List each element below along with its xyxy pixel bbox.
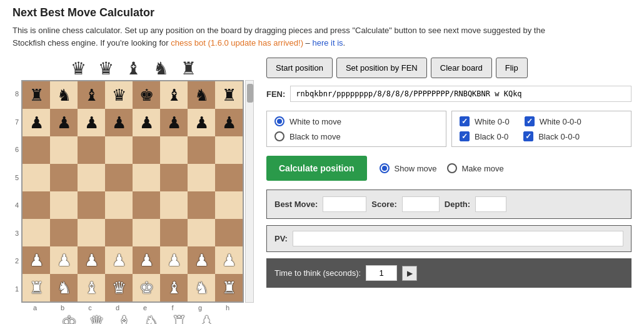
cell-c4[interactable] (78, 191, 105, 219)
show-move-option[interactable]: Show move (380, 163, 437, 173)
cell-e5[interactable] (133, 164, 160, 191)
cell-g2[interactable]: ♟ (188, 246, 215, 274)
cell-e3[interactable] (133, 219, 160, 246)
cell-f7[interactable]: ♟ (160, 109, 188, 136)
flip-button[interactable]: Flip (496, 58, 528, 78)
here-it-is-link[interactable]: here it is (312, 38, 343, 48)
cell-a4[interactable] (23, 191, 50, 219)
depth-label: Depth: (445, 200, 470, 209)
cell-b4[interactable] (50, 191, 78, 219)
cell-g8[interactable]: ♞ (188, 81, 215, 109)
cell-a6[interactable] (23, 136, 50, 164)
black-oo-checkbox[interactable] (460, 131, 470, 141)
cell-g1[interactable]: ♞ (188, 274, 215, 301)
cell-b6[interactable] (50, 136, 78, 164)
make-move-radio[interactable] (447, 163, 457, 173)
cell-a8[interactable]: ♜ (23, 81, 50, 109)
cell-e7[interactable]: ♟ (133, 109, 160, 136)
cell-f3[interactable] (160, 219, 188, 246)
cell-c8[interactable]: ♝ (78, 81, 105, 109)
cell-h7[interactable]: ♟ (215, 109, 243, 136)
show-move-radio[interactable] (380, 163, 390, 173)
chess-board-container[interactable]: 87654321 ♜ ♞ ♝ ♛ ♚ ♝ ♞ ♜ ♟ ♟ ♟ ♟ (13, 80, 254, 303)
chess-bot-link[interactable]: chess bot (1.6.0 update has arrived!) (171, 38, 303, 48)
calculate-button[interactable]: Calculate position (266, 156, 367, 181)
cell-f8[interactable]: ♝ (160, 81, 188, 109)
black-to-move-radio[interactable] (274, 131, 284, 141)
start-position-button[interactable]: Start position (266, 58, 333, 78)
cell-h6[interactable] (215, 136, 243, 164)
cell-d5[interactable] (105, 164, 133, 191)
cell-b3[interactable] (50, 219, 78, 246)
cell-g5[interactable] (188, 164, 215, 191)
depth-input[interactable] (475, 196, 506, 212)
cell-b8[interactable]: ♞ (50, 81, 78, 109)
white-oo-option[interactable]: White 0-0 White 0-0-0 (460, 116, 623, 126)
cell-h8[interactable]: ♜ (215, 81, 243, 109)
cell-a5[interactable] (23, 164, 50, 191)
score-input[interactable] (402, 196, 440, 212)
cell-f2[interactable]: ♟ (160, 246, 188, 274)
cell-h4[interactable] (215, 191, 243, 219)
cell-e8[interactable]: ♚ (133, 81, 160, 109)
cell-b5[interactable] (50, 164, 78, 191)
button-row: Start position Set position by FEN Clear… (266, 58, 631, 78)
cell-f6[interactable] (160, 136, 188, 164)
cell-g7[interactable]: ♟ (188, 109, 215, 136)
best-move-input[interactable] (323, 196, 366, 212)
cell-d3[interactable] (105, 219, 133, 246)
cell-c3[interactable] (78, 219, 105, 246)
cell-a7[interactable]: ♟ (23, 109, 50, 136)
cell-c2[interactable]: ♟ (78, 246, 105, 274)
cell-b7[interactable]: ♟ (50, 109, 78, 136)
cell-h1[interactable]: ♜ (215, 274, 243, 301)
cell-g6[interactable] (188, 136, 215, 164)
black-to-move-option[interactable]: Black to move (274, 131, 438, 141)
time-input[interactable] (366, 265, 397, 281)
cell-c7[interactable]: ♟ (78, 109, 105, 136)
cell-c6[interactable] (78, 136, 105, 164)
cell-e6[interactable] (133, 136, 160, 164)
black-oo-option[interactable]: Black 0-0 Black 0-0-0 (460, 131, 623, 141)
cell-a3[interactable] (23, 219, 50, 246)
board-scrollbar[interactable] (245, 80, 254, 303)
chess-board[interactable]: ♜ ♞ ♝ ♛ ♚ ♝ ♞ ♜ ♟ ♟ ♟ ♟ ♟ ♟ ♟ ♟ (21, 80, 244, 303)
cell-d2[interactable]: ♟ (105, 246, 133, 274)
cell-e4[interactable] (133, 191, 160, 219)
clear-board-button[interactable]: Clear board (431, 58, 492, 78)
cell-f5[interactable] (160, 164, 188, 191)
cell-g3[interactable] (188, 219, 215, 246)
page-title: Next Best Move Calculator (13, 6, 631, 19)
white-knight-icon: ♞ (138, 314, 165, 324)
results-row: Best Move: Score: Depth: (266, 190, 631, 219)
cell-a2[interactable]: ♟ (23, 246, 50, 274)
cell-d1[interactable]: ♛ (105, 274, 133, 301)
cell-e1[interactable]: ♚ (133, 274, 160, 301)
cell-d4[interactable] (105, 191, 133, 219)
cell-e2[interactable]: ♟ (133, 246, 160, 274)
cell-h3[interactable] (215, 219, 243, 246)
cell-f4[interactable] (160, 191, 188, 219)
cell-d8[interactable]: ♛ (105, 81, 133, 109)
cell-f1[interactable]: ♝ (160, 274, 188, 301)
cell-b1[interactable]: ♞ (50, 274, 78, 301)
cell-d7[interactable]: ♟ (105, 109, 133, 136)
white-oo-checkbox[interactable] (460, 116, 470, 126)
cell-c5[interactable] (78, 164, 105, 191)
cell-h5[interactable] (215, 164, 243, 191)
cell-h2[interactable]: ♟ (215, 246, 243, 274)
cell-b2[interactable]: ♟ (50, 246, 78, 274)
white-to-move-radio[interactable] (274, 116, 284, 126)
pv-input[interactable] (293, 231, 623, 246)
set-position-fen-button[interactable]: Set position by FEN (336, 58, 427, 78)
white-ooo-checkbox[interactable] (525, 116, 535, 126)
white-to-move-option[interactable]: White to move (274, 116, 438, 126)
cell-a1[interactable]: ♜ (23, 274, 50, 301)
cell-c1[interactable]: ♝ (78, 274, 105, 301)
fen-input[interactable] (290, 86, 631, 102)
cell-g4[interactable] (188, 191, 215, 219)
black-ooo-checkbox[interactable] (523, 131, 533, 141)
make-move-option[interactable]: Make move (447, 163, 504, 173)
time-increment-button[interactable]: ▶ (402, 266, 417, 281)
cell-d6[interactable] (105, 136, 133, 164)
